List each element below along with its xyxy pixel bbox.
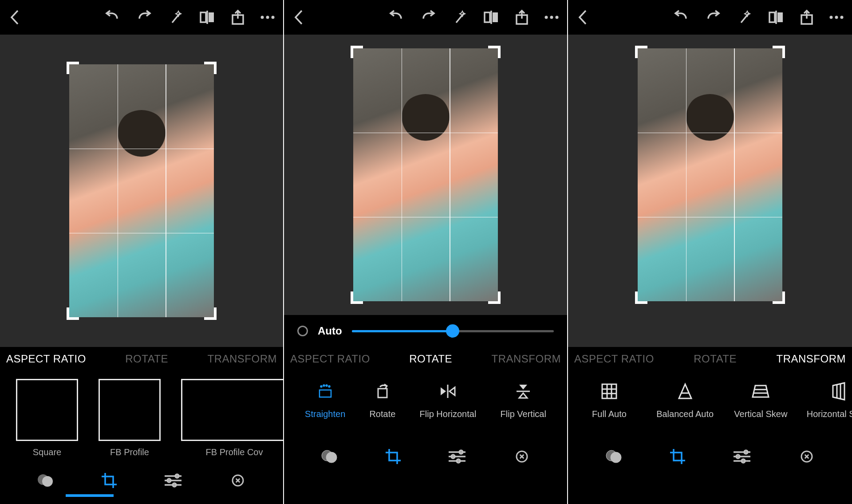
screen-aspect-ratio: ASPECT RATIO ROTATE TRANSFORM SquareFB P…: [0, 0, 284, 504]
image-canvas[interactable]: [0, 35, 283, 347]
tab-rotate[interactable]: ROTATE: [123, 353, 170, 365]
tab-aspect-ratio[interactable]: ASPECT RATIO: [572, 353, 656, 365]
undo-icon[interactable]: [387, 10, 405, 25]
image-canvas[interactable]: [568, 35, 852, 315]
top-toolbar: [568, 0, 852, 35]
nav-adjust-icon[interactable]: [448, 449, 466, 466]
compare-icon[interactable]: [483, 10, 500, 25]
crop-handle-br[interactable]: [773, 291, 785, 304]
redo-icon[interactable]: [705, 10, 722, 25]
tab-rotate[interactable]: ROTATE: [407, 353, 454, 365]
tab-aspect-ratio[interactable]: ASPECT RATIO: [4, 353, 88, 365]
nav-crop-icon[interactable]: [385, 448, 402, 467]
auto-enhance-icon[interactable]: [738, 9, 753, 25]
aspect-ratio-box-icon: [16, 379, 78, 441]
top-toolbar: [0, 0, 283, 35]
nav-heal-icon[interactable]: [229, 472, 247, 491]
compare-icon[interactable]: [768, 10, 785, 25]
nav-heal-icon[interactable]: [798, 448, 816, 467]
tab-transform[interactable]: TRANSFORM: [490, 353, 563, 365]
undo-icon[interactable]: [672, 10, 690, 25]
crop-frame[interactable]: [69, 64, 214, 317]
svg-point-10: [42, 476, 53, 487]
crop-handle-tl[interactable]: [351, 46, 363, 58]
rotate-option-flip-horizontal[interactable]: Flip Horizontal: [420, 379, 477, 419]
more-icon[interactable]: [544, 15, 559, 20]
auto-label[interactable]: Auto: [318, 325, 342, 337]
back-icon[interactable]: [8, 9, 21, 26]
crop-handle-bl[interactable]: [351, 291, 363, 304]
redo-icon[interactable]: [136, 10, 154, 25]
svg-rect-22: [493, 12, 498, 22]
nav-looks-icon[interactable]: [320, 449, 338, 466]
tab-aspect-ratio[interactable]: ASPECT RATIO: [288, 353, 372, 365]
tab-rotate[interactable]: ROTATE: [692, 353, 738, 365]
crop-handle-tr[interactable]: [204, 62, 217, 74]
transform-option-vertical-skew[interactable]: Vertical Skew: [727, 379, 794, 419]
auto-toggle-icon[interactable]: [297, 326, 308, 336]
crop-handle-tr[interactable]: [773, 46, 785, 58]
aspect-ratio-label: FB Profile: [110, 447, 149, 457]
share-icon[interactable]: [515, 9, 529, 26]
nav-adjust-icon[interactable]: [164, 473, 182, 490]
undo-icon[interactable]: [103, 10, 121, 25]
nav-crop-icon[interactable]: [669, 448, 686, 467]
rotate-option-rotate[interactable]: Rotate: [369, 379, 395, 419]
svg-point-6: [261, 16, 264, 19]
svg-point-7: [266, 16, 269, 19]
image-canvas[interactable]: [284, 35, 567, 315]
crop-tabs: ASPECT RATIO ROTATE TRANSFORM: [284, 347, 567, 371]
nav-adjust-icon[interactable]: [733, 449, 751, 466]
crop-frame[interactable]: [638, 48, 782, 301]
tab-transform[interactable]: TRANSFORM: [206, 353, 279, 365]
crop-handle-tr[interactable]: [488, 46, 501, 58]
nav-looks-icon[interactable]: [605, 449, 623, 466]
svg-point-30: [320, 386, 322, 387]
tab-transform[interactable]: TRANSFORM: [775, 353, 848, 365]
full-auto-icon: [600, 379, 618, 404]
bottom-nav: [0, 466, 283, 497]
redo-icon[interactable]: [420, 10, 438, 25]
svg-rect-2: [209, 12, 214, 22]
rotate-slider[interactable]: [352, 324, 554, 338]
transform-option-balanced-auto[interactable]: Balanced Auto: [652, 379, 718, 419]
option-label: Flip Horizontal: [420, 409, 477, 419]
transform-option-horizontal-skew[interactable]: Horizontal Skew: [803, 379, 852, 419]
compare-icon[interactable]: [199, 10, 216, 25]
balanced-auto-icon: [677, 379, 693, 404]
rotate-option-straighten[interactable]: Straighten: [305, 379, 345, 419]
aspect-ratio-option[interactable]: FB Profile Cov: [181, 379, 283, 457]
option-label: Balanced Auto: [656, 409, 714, 419]
transform-option-full-auto[interactable]: Full Auto: [576, 379, 643, 419]
aspect-ratio-option[interactable]: FB Profile: [99, 379, 161, 457]
option-label: Horizontal Skew: [807, 409, 852, 419]
back-icon[interactable]: [576, 9, 589, 26]
rotate-option-flip-vertical[interactable]: Flip Vertical: [501, 379, 546, 419]
share-icon[interactable]: [800, 9, 814, 26]
more-icon[interactable]: [260, 15, 275, 20]
crop-handle-br[interactable]: [488, 291, 501, 304]
crop-handle-bl[interactable]: [635, 291, 647, 304]
option-label: Vertical Skew: [734, 409, 787, 419]
crop-tabs: ASPECT RATIO ROTATE TRANSFORM: [568, 347, 852, 371]
transform-options: Full AutoBalanced AutoVertical SkewHoriz…: [568, 371, 852, 442]
aspect-ratio-option[interactable]: Square: [16, 379, 78, 457]
auto-enhance-icon[interactable]: [169, 9, 184, 25]
crop-handle-tl[interactable]: [67, 62, 79, 74]
bottom-nav: [568, 442, 852, 473]
auto-enhance-icon[interactable]: [453, 9, 468, 25]
screen-transform: ASPECT RATIO ROTATE TRANSFORM Full AutoB…: [568, 0, 852, 504]
share-icon[interactable]: [231, 9, 245, 26]
nav-heal-icon[interactable]: [513, 448, 531, 467]
back-icon[interactable]: [292, 9, 305, 26]
nav-crop-icon[interactable]: [101, 472, 118, 491]
crop-handle-bl[interactable]: [67, 307, 79, 320]
more-icon[interactable]: [829, 15, 844, 20]
svg-rect-21: [485, 12, 490, 22]
crop-handle-tl[interactable]: [635, 46, 647, 58]
svg-point-60: [840, 16, 844, 19]
crop-handle-br[interactable]: [204, 307, 217, 320]
svg-point-26: [545, 16, 548, 19]
nav-looks-icon[interactable]: [36, 472, 54, 490]
crop-frame[interactable]: [353, 48, 498, 301]
